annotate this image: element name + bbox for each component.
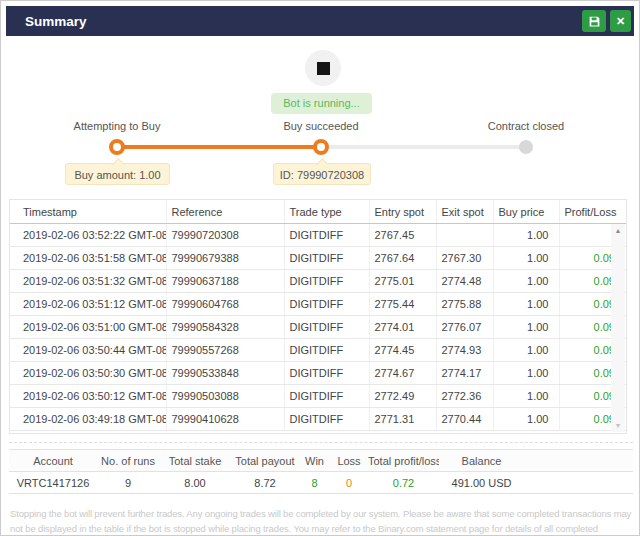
step-label-buy-succeeded: Buy succeeded — [246, 120, 396, 132]
trades-table-container: Timestamp Reference Trade type Entry spo… — [9, 199, 627, 434]
trade-reference: 79990604768 — [166, 293, 284, 316]
trade-timestamp: 2019-02-06 03:52:22 GMT-0800 — [10, 224, 166, 247]
scrollbar-up-icon[interactable]: ▲ — [615, 224, 622, 234]
column-header-timestamp: Timestamp — [10, 200, 166, 224]
trades-header-row: Timestamp Reference Trade type Entry spo… — [10, 200, 626, 224]
trade-timestamp: 2019-02-06 03:51:32 GMT-0800 — [10, 270, 166, 293]
trade-buy-price: 1.00 — [493, 408, 559, 431]
trade-type: DIGITDIFF — [284, 270, 369, 293]
trade-buy-price: 1.00 — [493, 293, 559, 316]
table-row: 2019-02-06 03:49:18 GMT-0800 79990410628… — [10, 408, 626, 431]
buy-amount-tooltip: Buy amount: 1.00 — [65, 163, 170, 185]
trade-entry-spot: 2767.64 — [369, 247, 436, 270]
trade-entry-spot: 2771.31 — [369, 408, 436, 431]
trade-type: DIGITDIFF — [284, 247, 369, 270]
trade-exit-spot: 2772.36 — [436, 385, 493, 408]
contract-id-tooltip: ID: 79990720308 — [273, 163, 371, 185]
column-header-entry-spot: Entry spot — [369, 200, 436, 224]
summary-header-loss: Loss — [330, 450, 368, 472]
summary-header-win: Win — [299, 450, 330, 472]
table-row: 2019-02-06 03:50:44 GMT-0800 79990557268… — [10, 339, 626, 362]
dialog-title: Summary — [25, 14, 87, 29]
trade-type: DIGITDIFF — [284, 224, 369, 247]
bot-status-badge: Bot is running... — [271, 93, 372, 114]
summary-header-account: Account — [9, 450, 97, 472]
trade-reference: 79990557268 — [166, 339, 284, 362]
trade-entry-spot: 2775.01 — [369, 270, 436, 293]
trade-timestamp: 2019-02-06 03:50:30 GMT-0800 — [10, 362, 166, 385]
trade-type: DIGITDIFF — [284, 362, 369, 385]
summary-header-total-profit-loss: Total profit/loss — [368, 450, 439, 472]
dialog-titlebar[interactable]: Summary ✕ — [6, 6, 634, 36]
summary-header-row: Account No. of runs Total stake Total pa… — [9, 450, 633, 472]
trade-exit-spot: 2774.93 — [436, 339, 493, 362]
progress-line-active — [117, 145, 321, 149]
trade-reference: 79990679388 — [166, 247, 284, 270]
stop-bot-button[interactable] — [305, 50, 341, 86]
trade-exit-spot: 2770.44 — [436, 408, 493, 431]
trade-buy-price: 1.00 — [493, 247, 559, 270]
summary-table-container: Account No. of runs Total stake Total pa… — [9, 449, 633, 494]
spacer — [524, 472, 633, 494]
trade-type: DIGITDIFF — [284, 408, 369, 431]
account-value: VRTC1417126 — [9, 472, 97, 494]
trade-exit-spot: 2775.88 — [436, 293, 493, 316]
total-stake-value: 8.00 — [159, 472, 231, 494]
trade-timestamp: 2019-02-06 03:51:58 GMT-0800 — [10, 247, 166, 270]
trade-timestamp: 2019-02-06 03:51:12 GMT-0800 — [10, 293, 166, 316]
summary-header-no-of-runs: No. of runs — [97, 450, 159, 472]
close-button[interactable]: ✕ — [610, 10, 631, 32]
summary-header-total-payout: Total payout — [231, 450, 299, 472]
trade-buy-price: 1.00 — [493, 385, 559, 408]
table-row: 2019-02-06 03:50:12 GMT-0800 79990503088… — [10, 385, 626, 408]
close-icon: ✕ — [616, 10, 625, 32]
trade-entry-spot: 2774.01 — [369, 316, 436, 339]
stop-bot-disclaimer: Stopping the bot will prevent further tr… — [10, 506, 633, 536]
trade-exit-spot: 2767.30 — [436, 247, 493, 270]
trade-timestamp: 2019-02-06 03:49:18 GMT-0800 — [10, 408, 166, 431]
progress-line-pending — [321, 145, 526, 149]
trade-buy-price: 1.00 — [493, 270, 559, 293]
summary-dialog: Summary ✕ Bot is running... Attempting t… — [0, 0, 640, 536]
trade-entry-spot: 2774.45 — [369, 339, 436, 362]
scrollbar-down-icon[interactable]: ▼ — [615, 422, 622, 432]
column-header-profit-loss: Profit/Loss — [559, 200, 626, 224]
trade-type: DIGITDIFF — [284, 293, 369, 316]
trade-entry-spot: 2774.67 — [369, 362, 436, 385]
step-dot-attempting-to-buy — [109, 139, 125, 155]
column-header-exit-spot: Exit spot — [436, 200, 493, 224]
step-label-contract-closed: Contract closed — [451, 120, 601, 132]
trade-reference: 79990584328 — [166, 316, 284, 339]
trade-entry-spot: 2772.49 — [369, 385, 436, 408]
summary-header-total-stake: Total stake — [159, 450, 231, 472]
trade-buy-price: 1.00 — [493, 224, 559, 247]
vertical-scrollbar[interactable]: ▲ ▼ — [611, 224, 625, 432]
table-row: 2019-02-06 03:51:32 GMT-0800 79990637188… — [10, 270, 626, 293]
stop-icon — [317, 62, 330, 75]
column-header-trade-type: Trade type — [284, 200, 369, 224]
trade-type: DIGITDIFF — [284, 339, 369, 362]
dashed-divider — [9, 442, 633, 443]
trade-entry-spot: 2767.45 — [369, 224, 436, 247]
table-row: 2019-02-06 03:51:00 GMT-0800 79990584328… — [10, 316, 626, 339]
table-row: 2019-02-06 03:51:12 GMT-0800 79990604768… — [10, 293, 626, 316]
trade-reference: 79990533848 — [166, 362, 284, 385]
summary-table: Account No. of runs Total stake Total pa… — [9, 449, 633, 494]
trades-table: Timestamp Reference Trade type Entry spo… — [10, 200, 626, 431]
trade-exit-spot: 2774.17 — [436, 362, 493, 385]
trade-reference: 79990637188 — [166, 270, 284, 293]
table-row: 2019-02-06 03:51:58 GMT-0800 79990679388… — [10, 247, 626, 270]
step-dot-contract-closed — [519, 140, 533, 154]
total-payout-value: 8.72 — [231, 472, 299, 494]
summary-header-balance: Balance — [439, 450, 524, 472]
trade-exit-spot: 2776.07 — [436, 316, 493, 339]
trade-exit-spot — [436, 224, 493, 247]
save-icon — [588, 15, 601, 28]
save-button[interactable] — [582, 10, 606, 32]
trade-exit-spot: 2774.48 — [436, 270, 493, 293]
trade-type: DIGITDIFF — [284, 316, 369, 339]
total-profit-loss-value: 0.72 — [368, 472, 439, 494]
trade-entry-spot: 2775.44 — [369, 293, 436, 316]
trade-type: DIGITDIFF — [284, 385, 369, 408]
trade-reference: 79990503088 — [166, 385, 284, 408]
